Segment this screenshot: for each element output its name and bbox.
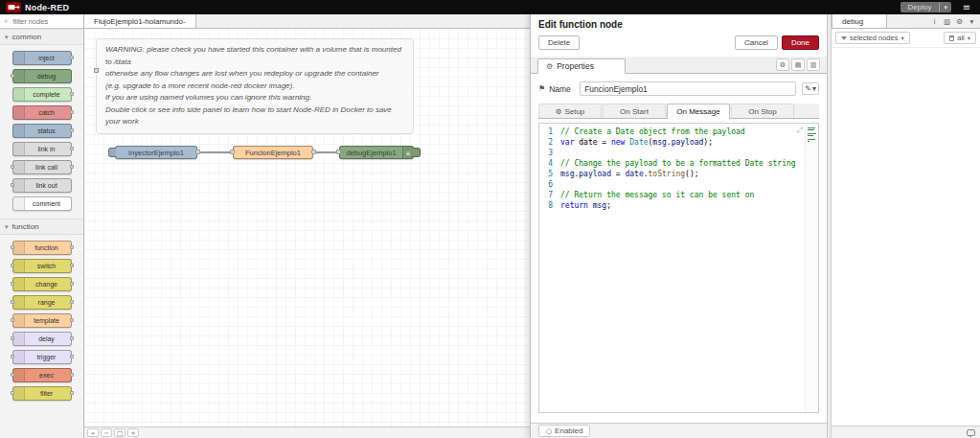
node-input-port[interactable] [336,150,341,154]
node-settings-icon[interactable]: ⚙ [776,58,789,71]
palette-node-inject[interactable]: inject [12,51,72,65]
main-menu-button[interactable]: ≡ [959,3,974,12]
editor-code[interactable]: // Create a Date object from the payload… [560,124,818,412]
flow-node-debug[interactable]: debugEjemplo1≡ [339,146,414,159]
done-button[interactable]: Done [782,35,819,50]
flow-node-function[interactable]: FuncionEjemplo1 [233,146,313,159]
palette-node-label: exec [25,369,71,381]
description-icon[interactable]: ▤ [791,58,805,71]
palette-category-common[interactable]: ▾common [0,29,83,45]
edit-label-button[interactable]: ✎ ▾ [802,82,819,95]
tab-setup-label: Setup [564,107,584,116]
help-icon[interactable]: ▥ [941,14,953,28]
palette-node-link-out[interactable]: link out [12,178,72,193]
code-line: // Return the message so it can be sent … [560,190,818,200]
filter-funnel-icon [841,36,847,40]
caret-down-icon: ▾ [900,35,903,42]
zoom-out-icon[interactable]: − [101,428,112,437]
line-number: 6 [539,179,560,190]
debug-clear-button[interactable]: all ▾ [944,32,976,44]
palette-node-link-call[interactable]: link call [12,160,72,174]
enabled-toggle[interactable]: ○ Enabled [538,425,590,437]
tag-icon: ⚑ [538,84,545,93]
zoom-in-icon[interactable]: + [127,428,139,437]
palette-node-catch[interactable]: catch [12,105,72,120]
node-icon [13,314,25,327]
pencil-icon: ✎ [805,84,811,93]
node-icon [13,242,25,254]
palette-node-trigger[interactable]: trigger [12,350,72,364]
name-input[interactable] [580,81,796,96]
deploy-label: Deploy [900,2,940,12]
tab-properties[interactable]: ⚙ Properties [537,58,626,74]
palette-node-label: link out [25,179,71,192]
flow-node-inject[interactable]: InyectorEjemplo1 [115,146,197,159]
node-icon: ≡ [402,147,413,158]
node-output-port [70,373,74,377]
node-output-port [70,282,74,286]
palette-search[interactable]: ⌕ [0,14,83,29]
node-output-port[interactable] [311,150,316,154]
palette-node-comment[interactable]: comment [12,196,72,211]
node-output-port[interactable] [195,150,200,154]
palette-node-status[interactable]: status [12,124,72,138]
sidebar-menu-caret-icon[interactable]: ▾ [966,14,978,28]
sidebar-tab-debug[interactable]: debug [832,14,887,28]
palette-node-label: link in [25,143,71,155]
editor-gutter: 12345678 [539,124,560,412]
editor-minimap[interactable] [805,125,817,411]
flow-tab[interactable]: FlujoEjemplo1-holamundo- [84,14,196,28]
palette-node-label: complete [25,88,71,101]
name-row: ⚑ Name ✎ ▾ [538,81,819,96]
dialog-tabrow: ⚙ Properties ⚙ ▤ ▥ [531,57,827,74]
debug-filter-button[interactable]: selected nodes ▾ [835,32,910,44]
palette-node-change[interactable]: change [12,277,72,291]
delete-button[interactable]: Delete [538,35,580,50]
chat-bubble-icon[interactable] [967,429,975,436]
info-icon[interactable]: i [928,14,941,28]
config-gear-icon[interactable]: ⚙ [953,14,966,28]
node-input-port [11,300,14,304]
node-icon [13,125,25,137]
cancel-button[interactable]: Cancel [735,35,778,50]
palette-node-label: comment [25,197,71,210]
line-number: 4 [539,158,560,169]
flow-comment[interactable]: WARNING: please check you have started t… [96,38,414,134]
palette-node-exec[interactable]: exec [12,368,72,382]
tab-on-stop[interactable]: On Stop [731,104,794,118]
deploy-button[interactable]: Deploy ▾ [900,2,951,12]
code-line [560,179,818,190]
palette-node-filter[interactable]: filter [12,386,72,401]
tab-on-start[interactable]: On Start [603,104,666,118]
palette-node-switch[interactable]: switch [12,259,72,273]
flow-canvas[interactable]: WARNING: please check you have started t… [84,29,530,426]
appearance-icon[interactable]: ▥ [807,58,820,71]
inject-trigger-button[interactable] [108,148,116,157]
node-icon [13,161,25,173]
code-editor[interactable]: 12345678 // Create a Date object from th… [538,123,819,413]
zoom-reset-icon[interactable]: ▢ [114,428,125,437]
chevron-down-icon: ▾ [5,223,9,231]
palette-category-function[interactable]: ▾function [0,219,83,235]
palette-node-delay[interactable]: delay [12,332,72,346]
node-input-port [11,318,14,322]
palette-node-template[interactable]: template [12,313,72,328]
collapse-palette-icon[interactable]: « [87,428,99,437]
debug-toggle-button[interactable] [413,148,421,157]
node-input-port[interactable] [230,150,235,154]
node-input-port [11,165,14,169]
node-input-port [11,336,14,340]
palette-node-function[interactable]: function [12,241,72,255]
palette-node-complete[interactable]: complete [12,87,72,102]
flow-tabbar: FlujoEjemplo1-holamundo- [84,14,530,29]
expand-editor-icon[interactable]: ⤢ [797,126,803,135]
palette-node-debug[interactable]: debug [12,69,72,83]
palette-search-input[interactable] [11,16,74,27]
palette-node-link-in[interactable]: link in [12,142,72,156]
tab-on-message[interactable]: On Message [667,104,730,119]
node-icon [13,278,25,290]
palette-node-range[interactable]: range [12,295,72,310]
tab-setup[interactable]: ⚙ Setup [538,104,602,118]
node-output-port [70,391,74,395]
deploy-options-caret-icon[interactable]: ▾ [939,3,951,12]
